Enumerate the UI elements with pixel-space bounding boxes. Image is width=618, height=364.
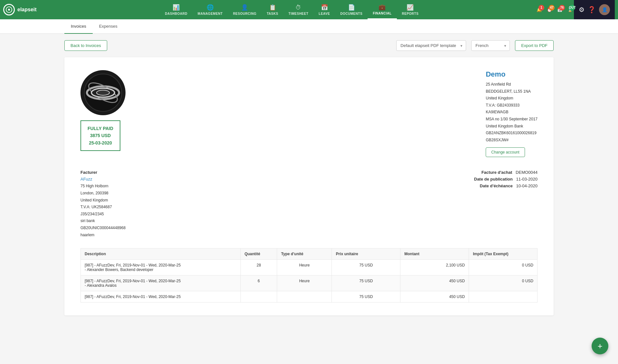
row-amount: 450 USD <box>400 275 469 291</box>
company-iban1: GB2ANZBK60161000026819 <box>486 130 538 137</box>
company-logo <box>80 70 126 115</box>
status-button[interactable]: ⌛ OUT <box>566 6 574 14</box>
company-iban2: GB28SXJW# <box>486 137 538 144</box>
timer-button[interactable]: ⏰ 47 <box>546 6 553 14</box>
company-name: Demo <box>486 70 538 79</box>
company-details: 25 Annfield Rd BEDDGELERT, LL55 1NA Unit… <box>486 81 538 144</box>
export-pdf-button[interactable]: Export to PDF <box>515 40 554 51</box>
tab-expenses[interactable]: Expenses <box>93 19 124 34</box>
template-dropdown[interactable]: Default elapseit PDF template <box>396 40 466 51</box>
top-navigation: elapseit 📊 DASHBOARD 🌐 MANAGEMENT 👤 RESO… <box>0 0 618 19</box>
leave-label: LEAVE <box>319 12 330 15</box>
row-description: [987] - AFuzzDev, Fri, 2019-Nov-01 - Wed… <box>81 275 241 291</box>
company-ka: KA9IEWAGB <box>486 109 538 116</box>
purchase-row: Facture d'achat DEMO0044 <box>474 170 538 175</box>
logo-inner <box>6 6 12 13</box>
language-dropdown-wrapper: FrenchEnglish <box>471 40 510 51</box>
col-amount: Montant <box>400 248 469 260</box>
bill-from-label: Facturer <box>80 170 474 175</box>
nav-resourcing[interactable]: 👤 RESOURCING <box>228 0 262 19</box>
tab-invoices[interactable]: Invoices <box>64 19 93 34</box>
logo-circle <box>3 4 15 15</box>
row-qty <box>240 291 277 303</box>
company-address3: United Kingdom <box>486 95 538 102</box>
resourcing-icon: 👤 <box>241 4 248 11</box>
logo-svg <box>84 73 122 112</box>
bill-tva: T.V.A: UK2584687 <box>80 204 474 211</box>
invoice-header: FULLY PAID 3875 USD 25-03-2020 Demo 25 A… <box>80 70 538 157</box>
row-amount: 450 USD <box>400 291 469 303</box>
notifications-button[interactable]: 🔔 1 <box>535 6 543 14</box>
due-date-value: 10-04-2020 <box>516 183 538 188</box>
bill-bank: siri bank <box>80 218 474 225</box>
row-price: 75 USD <box>332 260 400 275</box>
nav-leave[interactable]: 📅 LEAVE <box>314 0 335 19</box>
svg-point-4 <box>97 90 109 95</box>
settings-area: ⚙ ❓ 👤 <box>574 0 615 19</box>
nav-timesheet[interactable]: ⏱ TIMESHEET <box>283 0 314 19</box>
timesheet-icon: ⏱ <box>295 4 301 11</box>
documents-icon: 📄 <box>348 4 355 11</box>
template-dropdown-wrapper: Default elapseit PDF template <box>396 40 466 51</box>
change-account-button[interactable]: Change account <box>486 147 525 157</box>
nav-reports[interactable]: 📈 REPORTS <box>397 0 424 19</box>
bill-section: Facturer AFuzz 75 High Holborn London, 2… <box>80 170 538 238</box>
reports-label: REPORTS <box>402 12 419 15</box>
main-content: Back to Invoices Default elapseit PDF te… <box>0 34 618 364</box>
row-unit: Heure <box>277 260 332 275</box>
row-tax: 0 USD <box>469 260 538 275</box>
documents-label: DOCUMENTS <box>340 12 362 15</box>
table-row: [987] - AFuzzDev, Fri, 2019-Nov-01 - Wed… <box>81 275 538 291</box>
col-tax: Impôt (Tax Exempt) <box>469 248 538 260</box>
leave-icon: 📅 <box>321 4 328 11</box>
app-name: elapseit <box>17 7 37 13</box>
resourcing-label: RESOURCING <box>233 12 257 15</box>
back-to-invoices-button[interactable]: Back to Invoices <box>64 40 107 51</box>
bill-address: 75 High Holborn <box>80 183 474 190</box>
table-row: [987] - AFuzzDev, Fri, 2019-Nov-01 - Wed… <box>81 260 538 275</box>
col-qty: Quantité <box>240 248 277 260</box>
nav-management[interactable]: 🌐 MANAGEMENT <box>192 0 228 19</box>
nav-financial[interactable]: 💼 FINANCIAL <box>368 0 397 19</box>
tabs-bar: Invoices Expenses <box>0 19 618 34</box>
timer-badge: 47 <box>549 5 555 11</box>
dashboard-icon: 📊 <box>173 4 180 11</box>
paid-line1: FULLY PAID <box>88 125 113 132</box>
fab-add-button[interactable]: + <box>592 338 608 354</box>
company-address1: 25 Annfield Rd <box>486 81 538 88</box>
bill-right: Facture d'achat DEMO0044 Date de publica… <box>474 170 538 238</box>
calendar-badge: 76 <box>559 5 565 11</box>
invoice-logo-area: FULLY PAID 3875 USD 25-03-2020 <box>80 70 126 151</box>
status-badge: OUT <box>569 5 575 11</box>
language-dropdown[interactable]: FrenchEnglish <box>471 40 510 51</box>
tasks-label: TASKS <box>267 12 278 15</box>
user-avatar[interactable]: 👤 <box>599 4 610 15</box>
invoice-table: Description Quantité Type d'unité Prix u… <box>80 248 538 303</box>
col-unit: Type d'unité <box>277 248 332 260</box>
row-unit: Heure <box>277 275 332 291</box>
table-row: [987] - AFuzzDev, Fri, 2019-Nov-01 - Wed… <box>81 291 538 303</box>
row-qty: 6 <box>240 275 277 291</box>
settings-button[interactable]: ⚙ <box>579 6 585 14</box>
logo[interactable]: elapseit <box>3 4 42 15</box>
paid-line2: 3875 USD <box>88 132 113 139</box>
row-tax <box>469 291 538 303</box>
row-price: 75 USD <box>332 275 400 291</box>
bill-country: United Kingdom <box>80 197 474 204</box>
row-description: [987] - AFuzzDev, Fri, 2019-Nov-01 - Wed… <box>81 260 241 275</box>
pub-date-value: 11-03-2020 <box>516 177 538 182</box>
client-link[interactable]: AFuzz <box>80 177 474 182</box>
timesheet-label: TIMESHEET <box>288 12 308 15</box>
financial-label: FINANCIAL <box>373 12 391 15</box>
management-label: MANAGEMENT <box>198 12 223 15</box>
paid-line3: 25-03-2020 <box>88 139 113 146</box>
pub-date-label: Date de publication <box>474 177 513 182</box>
calendar-button[interactable]: 📅 76 <box>556 6 564 14</box>
help-button[interactable]: ❓ <box>588 6 596 14</box>
nav-tasks[interactable]: 📋 TASKS <box>262 0 284 19</box>
nav-documents[interactable]: 📄 DOCUMENTS <box>335 0 368 19</box>
pub-date-row: Date de publication 11-03-2020 <box>474 177 538 182</box>
row-unit <box>277 291 332 303</box>
paid-stamp: FULLY PAID 3875 USD 25-03-2020 <box>80 120 120 151</box>
nav-dashboard[interactable]: 📊 DASHBOARD <box>160 0 193 19</box>
